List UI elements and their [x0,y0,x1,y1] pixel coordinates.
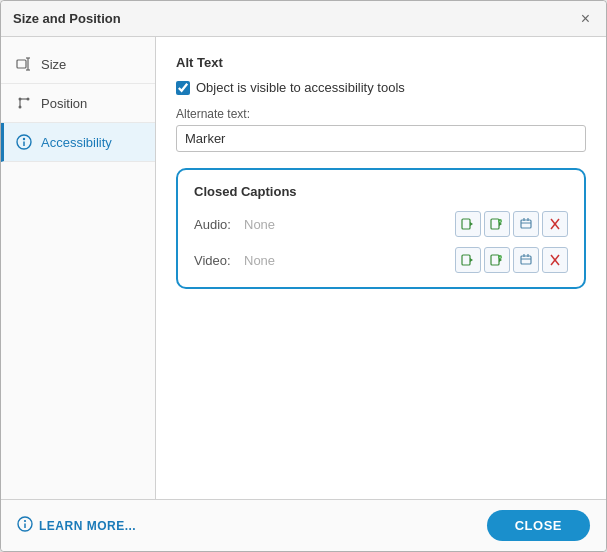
sidebar-position-label: Position [41,96,87,111]
svg-rect-12 [462,219,470,229]
learn-more-icon [17,516,33,535]
dialog-footer: LEARN MORE... CLOSE [1,499,606,551]
svg-point-10 [23,138,25,140]
video-caption-buttons [455,247,568,273]
video-value: None [244,253,455,268]
position-icon [15,94,33,112]
video-caption-row: Video: None [194,247,568,273]
learn-more-link[interactable]: LEARN MORE... [17,516,136,535]
video-label: Video: [194,253,244,268]
visibility-checkbox-label[interactable]: Object is visible to accessibility tools [196,80,405,95]
video-btn-1[interactable] [455,247,481,273]
video-btn-3[interactable] [513,247,539,273]
svg-rect-21 [462,255,470,265]
video-btn-4[interactable] [542,247,568,273]
audio-label: Audio: [194,217,244,232]
dialog-titlebar: Size and Position × [1,1,606,37]
visibility-checkbox-row: Object is visible to accessibility tools [176,80,586,95]
closed-captions-box: Closed Captions Audio: None [176,168,586,289]
alternate-text-label: Alternate text: [176,107,586,121]
sidebar-item-size[interactable]: Size [1,45,155,84]
size-icon [15,55,33,73]
svg-point-31 [24,520,26,522]
audio-btn-3[interactable] [513,211,539,237]
audio-caption-buttons [455,211,568,237]
alt-text-section-title: Alt Text [176,55,586,70]
visibility-checkbox[interactable] [176,81,190,95]
svg-rect-15 [521,220,531,228]
captions-title: Closed Captions [194,184,568,199]
svg-rect-0 [17,60,26,68]
close-button[interactable]: CLOSE [487,510,590,541]
dialog-title: Size and Position [13,11,121,26]
video-btn-2[interactable] [484,247,510,273]
sidebar-accessibility-label: Accessibility [41,135,112,150]
close-x-button[interactable]: × [577,9,594,29]
svg-rect-24 [521,256,531,264]
sidebar: Size Position [1,37,156,499]
audio-btn-2[interactable] [484,211,510,237]
alternate-text-input[interactable] [176,125,586,152]
sidebar-size-label: Size [41,57,66,72]
audio-value: None [244,217,455,232]
audio-btn-4[interactable] [542,211,568,237]
audio-caption-row: Audio: None [194,211,568,237]
svg-rect-13 [491,219,499,229]
learn-more-label: LEARN MORE... [39,519,136,533]
size-and-position-dialog: Size and Position × Size [0,0,607,552]
accessibility-icon [15,133,33,151]
sidebar-item-accessibility[interactable]: Accessibility [1,123,155,162]
main-content: Alt Text Object is visible to accessibil… [156,37,606,499]
sidebar-item-position[interactable]: Position [1,84,155,123]
svg-rect-22 [491,255,499,265]
dialog-body: Size Position [1,37,606,499]
audio-btn-1[interactable] [455,211,481,237]
